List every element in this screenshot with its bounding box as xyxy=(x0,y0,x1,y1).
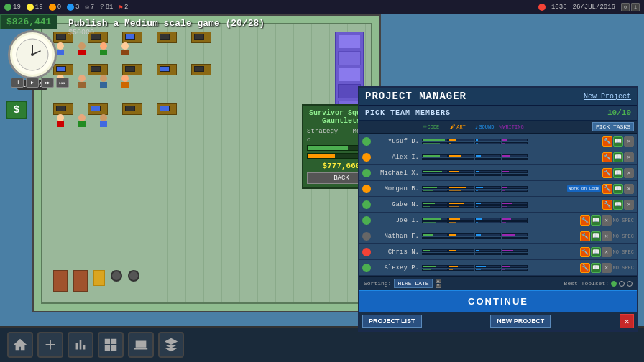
wrench-icon[interactable]: 🔧 xyxy=(602,200,612,210)
skill-bar-fill xyxy=(502,250,513,251)
stat-headers: ⌨ CODE 🖌 ART ♪ SOUND ✎ WRITING xyxy=(418,124,524,130)
remove-icon[interactable]: ✕ xyxy=(602,215,612,226)
sort-label: Sorting: xyxy=(364,280,391,287)
skill-bar xyxy=(502,170,528,173)
skill-bar-fill xyxy=(449,250,456,251)
star-count: 19 xyxy=(35,4,43,11)
sort-down-arrow[interactable]: ▼ xyxy=(436,284,441,288)
remove-icon[interactable]: ✕ xyxy=(602,263,612,273)
skill-bars xyxy=(422,249,579,255)
continue-button[interactable]: CONTINUE xyxy=(359,290,637,312)
skill-bar-fill-secondary xyxy=(423,159,435,159)
playback-controls: ⏸ ▶ ▶▶ ▶▶▶ xyxy=(11,78,69,88)
chart-svg xyxy=(73,337,88,353)
settings-icon[interactable]: ⚙ xyxy=(621,3,630,11)
faster-btn[interactable]: ▶▶▶ xyxy=(56,78,69,88)
employee-name: Alex I. xyxy=(373,154,422,161)
skill-bar-secondary xyxy=(502,237,528,239)
book-icon[interactable]: 📖 xyxy=(613,184,623,194)
wrench-icon[interactable]: 🔧 xyxy=(580,215,590,226)
skill-bar-secondary xyxy=(422,190,448,192)
skill-bar-fill-secondary xyxy=(476,254,478,254)
toolset-option-2[interactable] xyxy=(619,281,625,287)
toolbar-laptop-icon[interactable] xyxy=(128,332,154,358)
task-cost: $50000 xyxy=(68,29,264,37)
wrench-icon[interactable]: 🔧 xyxy=(602,136,612,147)
radio-3[interactable] xyxy=(627,281,632,287)
skill-bar-fill-secondary xyxy=(423,190,433,191)
skill-bar-fill xyxy=(423,250,430,251)
wrench-icon[interactable]: 🔧 xyxy=(602,184,612,194)
project-list-button[interactable]: PROJECT LIST xyxy=(362,315,422,328)
remove-icon[interactable]: ✕ xyxy=(624,200,634,210)
toolbar-grid-icon[interactable] xyxy=(98,332,124,358)
remove-icon[interactable]: ✕ xyxy=(624,152,634,162)
radio-2[interactable] xyxy=(619,281,625,287)
pm-employees-list: Yusuf D.🔧📖✕Alex I.🔧📖✕Michael X.🔧📖✕Morgan… xyxy=(359,134,637,276)
toolset-option-1[interactable] xyxy=(611,281,617,287)
play-btn[interactable]: ▶ xyxy=(26,78,39,88)
new-project-button[interactable]: NEW PROJECT xyxy=(490,315,551,328)
row-actions: 🔧📖✕ xyxy=(602,136,634,147)
book-icon[interactable]: 📖 xyxy=(591,263,601,273)
book-icon[interactable]: 📖 xyxy=(613,136,623,147)
remove-icon[interactable]: ✕ xyxy=(602,231,612,241)
new-project-link[interactable]: New Project xyxy=(584,93,631,101)
pause-btn[interactable]: ⏸ xyxy=(11,78,24,88)
people-count: 19 xyxy=(13,4,21,11)
sort-value[interactable]: HIRE DATE xyxy=(394,279,432,288)
toolbar-plus-icon[interactable] xyxy=(37,332,63,358)
skill-bar-group xyxy=(422,170,448,176)
skill-bar-secondary xyxy=(475,142,501,144)
close-button[interactable]: ✕ xyxy=(620,314,634,328)
skill-bar-fill-secondary xyxy=(449,175,454,175)
no-spec-label: NO SPEC xyxy=(613,249,634,255)
skill-bar-secondary xyxy=(475,253,501,255)
skill-bar-fill xyxy=(476,139,478,141)
radio-1[interactable] xyxy=(611,281,617,287)
wrench-icon[interactable]: 🔧 xyxy=(580,231,590,241)
skill-bar-secondary xyxy=(422,142,448,144)
skill-bar-fill-secondary xyxy=(449,269,453,270)
house-svg xyxy=(12,337,28,353)
pm-header: PROJECT MANAGER New Project xyxy=(359,88,637,106)
book-icon[interactable]: 📖 xyxy=(613,200,623,210)
sort-up-arrow[interactable]: ▲ xyxy=(436,279,441,283)
wrench-icon[interactable]: 🔧 xyxy=(602,152,612,162)
skill-bar-fill xyxy=(449,266,458,267)
wrench-icon[interactable]: 🔧 xyxy=(602,168,612,178)
remove-icon[interactable]: ✕ xyxy=(624,168,634,178)
dollar-button[interactable]: $ xyxy=(6,101,27,119)
fast-btn[interactable]: ▶▶ xyxy=(41,78,54,88)
skill-bar-group xyxy=(502,139,528,144)
toolbar-chart-icon[interactable] xyxy=(68,332,93,358)
employee-indicator xyxy=(362,264,371,272)
toolbar-layers-icon[interactable] xyxy=(158,332,184,358)
skill-bar-group xyxy=(475,139,501,144)
lightning-icon xyxy=(49,4,56,11)
toolset-option-3[interactable] xyxy=(627,281,632,287)
book-icon[interactable]: 📖 xyxy=(591,247,601,257)
skill-bar xyxy=(422,154,448,157)
remove-icon[interactable]: ✕ xyxy=(624,184,634,194)
book-icon[interactable]: 📖 xyxy=(613,152,623,162)
pick-tasks-button[interactable]: PICK TASKS xyxy=(592,122,634,131)
book-icon[interactable]: 📖 xyxy=(591,231,601,241)
skill-bar-secondary xyxy=(448,142,474,144)
row-actions: 🔧📖✕ xyxy=(580,231,612,241)
skill-bar-group xyxy=(448,218,474,223)
plus-svg xyxy=(42,337,58,353)
book-icon[interactable]: 📖 xyxy=(613,168,623,178)
remove-icon[interactable]: ✕ xyxy=(602,247,612,257)
wrench-icon[interactable]: 🔧 xyxy=(580,263,590,273)
row-actions: 🔧📖✕ xyxy=(602,152,634,162)
wrench-icon[interactable]: 🔧 xyxy=(580,247,590,257)
toolbar-house-icon[interactable] xyxy=(7,332,33,358)
pm-bottom-buttons: PROJECT LIST NEW PROJECT ✕ xyxy=(359,312,637,330)
skill-bar-fill xyxy=(476,266,486,267)
skill-bar-group xyxy=(475,249,501,255)
book-icon[interactable]: 📖 xyxy=(591,215,601,226)
remove-icon[interactable]: ✕ xyxy=(624,136,634,147)
info-icon[interactable]: i xyxy=(631,3,640,11)
skill-bar-fill-secondary xyxy=(502,206,507,207)
